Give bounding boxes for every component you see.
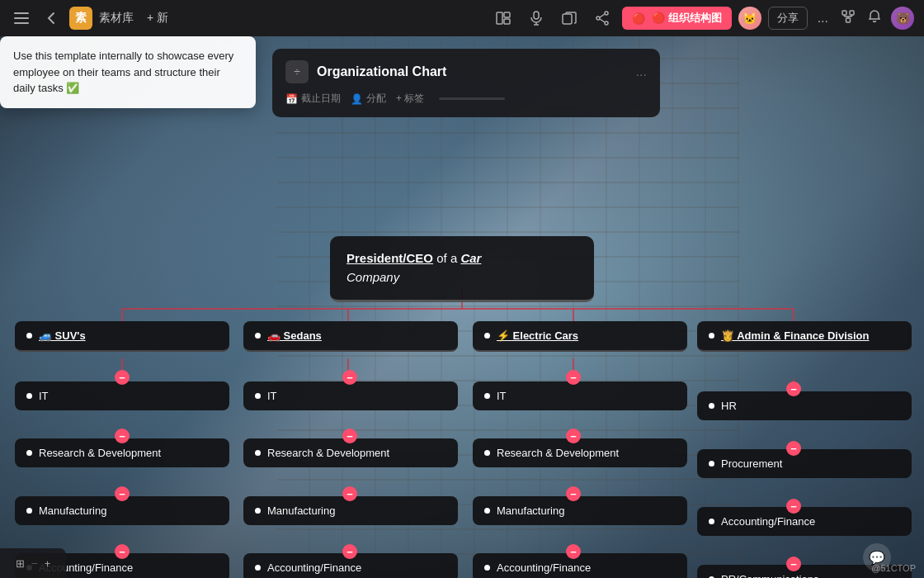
suvs-mfg-label: Manufacturing xyxy=(39,505,218,517)
electric-it-label: IT xyxy=(497,390,676,402)
suvs-rd-bullet xyxy=(26,450,32,456)
sedans-header[interactable]: 🚗 Sedans xyxy=(243,321,458,352)
admin-proc-collapse[interactable]: − xyxy=(786,499,801,514)
zoom-icon[interactable]: + xyxy=(45,557,51,570)
sedans-collapse-btn[interactable]: − xyxy=(342,370,357,385)
back-icon[interactable] xyxy=(40,7,63,30)
bottombar: ⊞ − + xyxy=(0,548,66,578)
svg-point-10 xyxy=(605,12,608,15)
desc-card: Use this template internally to showcase… xyxy=(0,36,256,108)
svg-rect-15 xyxy=(842,11,846,15)
logo-icon: 素 xyxy=(69,7,92,30)
svg-rect-5 xyxy=(504,19,510,24)
electric-mfg-label: Manufacturing xyxy=(497,505,676,517)
suvs-mfg-bullet xyxy=(26,508,32,514)
electric-acct-node[interactable]: Accounting/Finance xyxy=(473,553,687,578)
library-label[interactable]: 素材库 xyxy=(99,11,134,26)
suvs-mfg-collapse[interactable]: − xyxy=(115,544,130,559)
electric-rd-node[interactable]: Research & Development xyxy=(473,438,687,467)
electric-bullet xyxy=(484,333,490,339)
date-field[interactable]: 📅 截止日期 xyxy=(285,92,341,106)
connections-icon[interactable] xyxy=(838,7,858,30)
menu-icon[interactable] xyxy=(10,7,33,30)
sedans-mfg-bullet xyxy=(255,508,261,514)
user-avatar[interactable]: 🐻 xyxy=(891,7,914,30)
admin-hr-node[interactable]: HR xyxy=(697,391,912,420)
notifications-icon[interactable] xyxy=(865,7,884,30)
topbar: 素 素材库 + 新 xyxy=(0,0,924,36)
svg-rect-0 xyxy=(14,12,29,14)
admin-proc-node[interactable]: Procurement xyxy=(697,449,912,478)
admin-acct-bullet xyxy=(709,519,714,524)
sedans-it-bullet xyxy=(255,393,261,399)
admin-label: 👸 Admin & Finance Division xyxy=(721,329,903,342)
electric-mfg-collapse[interactable]: − xyxy=(566,544,581,559)
ceo-preposition: of a xyxy=(436,251,460,265)
electric-header[interactable]: ⚡ Electric Cars xyxy=(473,321,687,352)
suvs-label: 🚙 SUV's xyxy=(39,329,218,342)
suvs-it-bullet xyxy=(26,393,32,399)
svg-point-12 xyxy=(605,21,608,25)
calendar-icon: 📅 xyxy=(285,93,298,105)
suvs-header[interactable]: 🚙 SUV's xyxy=(15,321,229,352)
admin-proc-bullet xyxy=(709,461,714,467)
svg-line-14 xyxy=(600,19,605,22)
sedans-it-collapse[interactable]: − xyxy=(342,429,357,443)
grid-icon[interactable]: ⊞ xyxy=(16,557,25,570)
sedans-mfg-collapse[interactable]: − xyxy=(342,544,357,559)
sedans-rd-collapse[interactable]: − xyxy=(342,486,357,501)
svg-rect-6 xyxy=(534,12,539,19)
electric-collapse-btn[interactable]: − xyxy=(566,370,581,385)
layout-icon[interactable] xyxy=(490,5,516,31)
assign-field[interactable]: 👤 分配 xyxy=(351,92,386,106)
electric-acct-label: Accounting/Finance xyxy=(497,561,676,574)
avatar: 🐱 xyxy=(738,7,761,30)
suvs-it-node[interactable]: IT xyxy=(15,381,229,410)
admin-collapse-btn[interactable]: − xyxy=(786,381,801,396)
suvs-rd-collapse[interactable]: − xyxy=(115,486,130,501)
svg-rect-16 xyxy=(850,11,854,15)
canvas: ÷ Organizational Chart ... 📅 截止日期 👤 分配 +… xyxy=(0,36,924,578)
suvs-rd-label: Research & Development xyxy=(39,447,218,459)
admin-acct-node[interactable]: Accounting/Finance xyxy=(697,507,912,536)
sedans-mfg-label: Manufacturing xyxy=(267,505,446,517)
new-button[interactable]: + 新 xyxy=(140,7,175,29)
more-options-icon[interactable]: ... xyxy=(814,7,832,29)
svg-line-13 xyxy=(600,14,605,17)
electric-it-bullet xyxy=(484,393,490,399)
suvs-collapse-btn[interactable]: − xyxy=(115,370,130,385)
person-icon: 👤 xyxy=(351,93,363,105)
ceo-card: President/CEO of a Car Company xyxy=(330,236,594,302)
svg-rect-17 xyxy=(846,18,851,22)
share-button[interactable]: 分享 xyxy=(768,7,808,30)
progress-bar xyxy=(439,97,505,100)
admin-hr-label: HR xyxy=(721,400,900,412)
ceo-company-noun: Company xyxy=(346,270,399,284)
sedans-rd-bullet xyxy=(255,450,261,456)
svg-rect-1 xyxy=(14,17,29,19)
electric-rd-bullet xyxy=(484,450,490,456)
suvs-it-collapse[interactable]: − xyxy=(115,429,130,443)
admin-hr-bullet xyxy=(709,403,714,409)
electric-rd-label: Research & Development xyxy=(497,447,676,459)
voice-icon[interactable] xyxy=(523,5,549,31)
duplicate-icon[interactable] xyxy=(556,5,582,31)
electric-label: ⚡ Electric Cars xyxy=(497,329,676,342)
electric-it-collapse[interactable]: − xyxy=(566,429,581,443)
admin-hr-collapse[interactable]: − xyxy=(786,441,801,456)
active-tab-org-chart[interactable]: 🔴 🔴 组织结构图 xyxy=(622,7,732,30)
doc-card: ÷ Organizational Chart ... 📅 截止日期 👤 分配 +… xyxy=(272,49,660,117)
share-icon[interactable] xyxy=(589,5,615,31)
electric-rd-collapse[interactable]: − xyxy=(566,486,581,501)
electric-acct-bullet xyxy=(484,565,490,571)
admin-acct-collapse[interactable]: − xyxy=(786,557,801,571)
sedans-it-node[interactable]: IT xyxy=(243,381,458,410)
electric-mfg-node[interactable]: Manufacturing xyxy=(473,496,687,525)
suvs-it-label: IT xyxy=(39,390,218,402)
ceo-title: President/CEO xyxy=(346,251,433,265)
tag-field[interactable]: + 标签 xyxy=(396,92,424,106)
admin-header[interactable]: 👸 Admin & Finance Division xyxy=(697,321,912,352)
doc-menu-icon[interactable]: ... xyxy=(636,64,647,79)
electric-it-node[interactable]: IT xyxy=(473,381,687,410)
electric-mfg-bullet xyxy=(484,508,490,514)
